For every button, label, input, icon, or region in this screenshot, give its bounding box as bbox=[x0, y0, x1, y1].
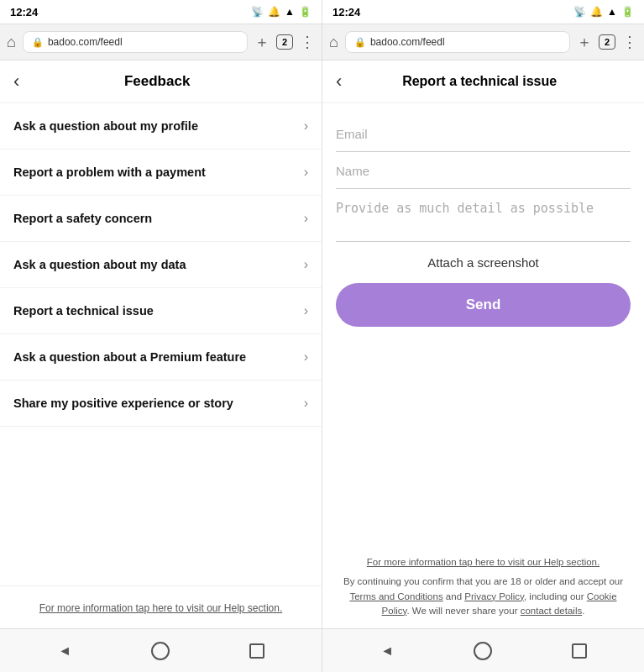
form-area: Attach a screenshot Send bbox=[322, 103, 644, 547]
back-nav-icon-right: ◄ bbox=[380, 643, 394, 659]
nav-stop-right[interactable] bbox=[564, 636, 594, 666]
status-bar-left: 12:24 📡 🔔 ▲ 🔋 bbox=[0, 0, 322, 24]
lock-icon-right: 🔒 bbox=[354, 37, 366, 48]
menu-item-technical[interactable]: Report a technical issue › bbox=[0, 288, 322, 334]
name-input[interactable] bbox=[336, 154, 631, 189]
url-bar-right[interactable]: 🔒 badoo.com/feedl bbox=[345, 31, 570, 53]
back-nav-icon-left: ◄ bbox=[58, 643, 71, 659]
attach-screenshot-button[interactable]: Attach a screenshot bbox=[336, 244, 631, 275]
home-icon-right[interactable]: ⌂ bbox=[329, 34, 338, 51]
battery-icon-right: 🔋 bbox=[621, 6, 634, 18]
email-input[interactable] bbox=[336, 117, 631, 152]
left-footer: For more information tap here to visit o… bbox=[0, 585, 322, 628]
chevron-icon-technical: › bbox=[304, 303, 308, 318]
menu-item-profile[interactable]: Ask a question about my profile › bbox=[0, 103, 322, 150]
volume-icon: 🔔 bbox=[268, 6, 280, 18]
left-footer-help-link[interactable]: For more information tap here to visit o… bbox=[39, 602, 282, 614]
menu-icon-right[interactable]: ⋮ bbox=[622, 33, 637, 51]
url-bar-left[interactable]: 🔒 badoo.com/feedl bbox=[23, 31, 248, 53]
browser-chrome: ⌂ 🔒 badoo.com/feedl ＋ 2 ⋮ ⌂ 🔒 badoo.com/… bbox=[0, 24, 644, 60]
nav-home-left[interactable] bbox=[145, 636, 175, 666]
main-content: ‹ Feedback Ask a question about my profi… bbox=[0, 60, 644, 628]
menu-item-story-label: Share my positive experience or story bbox=[13, 396, 233, 410]
volume-icon-right: 🔔 bbox=[590, 6, 603, 18]
lock-icon-left: 🔒 bbox=[32, 37, 44, 48]
stop-square-left bbox=[249, 643, 264, 659]
right-panel: ‹ Report a technical issue Attach a scre… bbox=[322, 60, 644, 628]
privacy-link[interactable]: Privacy Policy bbox=[464, 591, 524, 601]
nav-stop-left[interactable] bbox=[242, 636, 272, 666]
right-footer: For more information tap here to visit o… bbox=[322, 547, 644, 628]
menu-item-profile-label: Ask a question about my profile bbox=[13, 119, 198, 133]
right-page-title: Report a technical issue bbox=[348, 74, 610, 89]
right-footer-help-link[interactable]: For more information tap here to visit o… bbox=[336, 555, 631, 570]
send-button[interactable]: Send bbox=[336, 283, 631, 327]
back-button-left[interactable]: ‹ bbox=[13, 72, 19, 91]
tab-count-right[interactable]: 2 bbox=[599, 34, 615, 50]
menu-item-premium[interactable]: Ask a question about a Premium feature › bbox=[0, 334, 322, 381]
contact-details-link[interactable]: contact details bbox=[521, 606, 583, 616]
home-icon-left[interactable]: ⌂ bbox=[7, 34, 16, 51]
status-icons-left: 📡 🔔 ▲ 🔋 bbox=[251, 6, 312, 18]
menu-item-technical-label: Report a technical issue bbox=[13, 304, 154, 318]
nav-bar: ◄ ◄ bbox=[0, 628, 644, 672]
right-header: ‹ Report a technical issue bbox=[322, 60, 644, 103]
menu-item-payment[interactable]: Report a problem with a payment › bbox=[0, 150, 322, 196]
menu-item-safety-label: Report a safety concern bbox=[13, 212, 152, 225]
browser-left: ⌂ 🔒 badoo.com/feedl ＋ 2 ⋮ bbox=[0, 24, 322, 60]
cast-icon-right: 📡 bbox=[573, 6, 586, 18]
status-icons-right: 📡 🔔 ▲ 🔋 bbox=[573, 6, 634, 18]
nav-home-right[interactable] bbox=[468, 636, 498, 666]
terms-link[interactable]: Terms and Conditions bbox=[349, 591, 442, 601]
time-left: 12:24 bbox=[10, 6, 38, 18]
menu-item-premium-label: Ask a question about a Premium feature bbox=[13, 350, 246, 364]
nav-back-left[interactable]: ◄ bbox=[50, 636, 80, 666]
battery-icon: 🔋 bbox=[299, 6, 312, 18]
stop-square-right bbox=[572, 643, 587, 659]
chevron-icon-story: › bbox=[304, 396, 308, 411]
url-text-right: badoo.com/feedl bbox=[370, 36, 445, 48]
tab-count-left[interactable]: 2 bbox=[276, 34, 293, 50]
left-panel: ‹ Feedback Ask a question about my profi… bbox=[0, 60, 322, 628]
menu-item-data[interactable]: Ask a question about my data › bbox=[0, 242, 322, 288]
left-page-title: Feedback bbox=[26, 73, 288, 90]
menu-item-safety[interactable]: Report a safety concern › bbox=[0, 196, 322, 242]
menu-item-data-label: Ask a question about my data bbox=[13, 258, 186, 271]
home-circle-left bbox=[151, 642, 170, 660]
right-footer-text: By continuing you confirm that you are 1… bbox=[343, 576, 623, 616]
chevron-icon-premium: › bbox=[304, 349, 308, 365]
nav-left: ◄ bbox=[0, 629, 322, 672]
chevron-icon-data: › bbox=[304, 257, 308, 272]
menu-item-story[interactable]: Share my positive experience or story › bbox=[0, 381, 322, 427]
menu-list: Ask a question about my profile › Report… bbox=[0, 103, 322, 585]
wifi-icon-right: ▲ bbox=[607, 6, 617, 18]
time-right: 12:24 bbox=[332, 6, 360, 18]
chevron-icon-profile: › bbox=[304, 118, 308, 134]
status-bar: 12:24 📡 🔔 ▲ 🔋 12:24 📡 🔔 ▲ 🔋 bbox=[0, 0, 644, 24]
nav-back-right[interactable]: ◄ bbox=[372, 636, 402, 666]
chevron-icon-payment: › bbox=[304, 165, 308, 180]
menu-icon-left[interactable]: ⋮ bbox=[300, 33, 315, 51]
url-text-left: badoo.com/feedl bbox=[48, 36, 123, 48]
status-bar-right: 12:24 📡 🔔 ▲ 🔋 bbox=[322, 0, 644, 24]
back-button-right[interactable]: ‹ bbox=[336, 72, 342, 91]
home-circle-right bbox=[474, 642, 492, 660]
chevron-icon-safety: › bbox=[304, 211, 308, 226]
menu-item-payment-label: Report a problem with a payment bbox=[13, 165, 206, 179]
nav-right: ◄ bbox=[322, 629, 644, 672]
detail-textarea[interactable] bbox=[336, 191, 631, 242]
browser-right: ⌂ 🔒 badoo.com/feedl ＋ 2 ⋮ bbox=[322, 24, 644, 60]
add-tab-icon-left[interactable]: ＋ bbox=[254, 32, 270, 52]
wifi-icon: ▲ bbox=[285, 6, 295, 18]
add-tab-icon-right[interactable]: ＋ bbox=[577, 32, 592, 52]
cast-icon: 📡 bbox=[251, 6, 264, 18]
left-header: ‹ Feedback bbox=[0, 60, 322, 103]
